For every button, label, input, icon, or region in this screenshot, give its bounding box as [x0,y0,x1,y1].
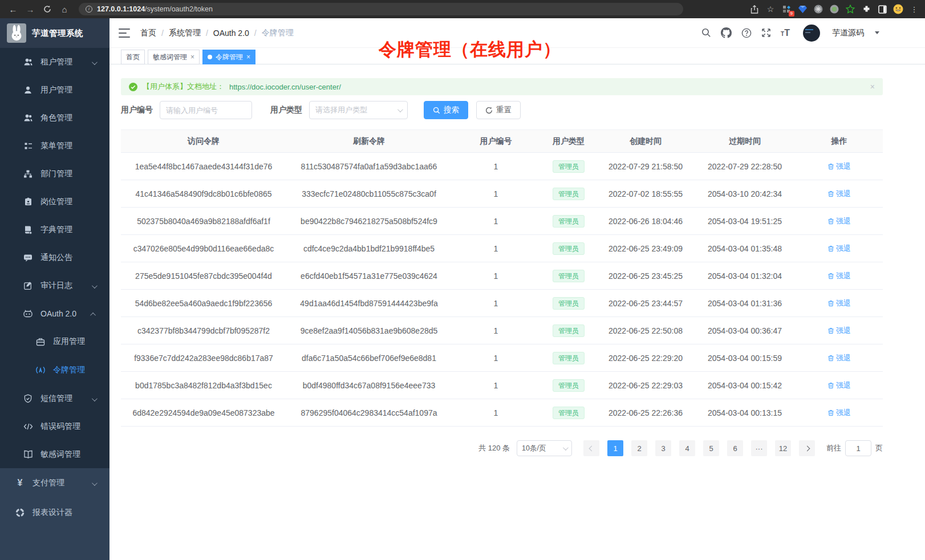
sidebar-item-menu[interactable]: 菜单管理 [0,132,109,160]
username[interactable]: 芋道源码 [832,28,864,38]
users-icon [23,57,33,67]
prev-page-button[interactable] [583,440,599,456]
sidebar-item-errorcode[interactable]: 错误码管理 [0,412,109,440]
doc-alert: 【用户体系】文档地址： https://doc.iocoder.cn/user-… [121,78,883,95]
tab-token-management[interactable]: 令牌管理 × [202,50,255,64]
col-actions: 操作 [796,130,883,153]
sidebar-item-notice[interactable]: 通知公告 [0,244,109,271]
page-button-5[interactable]: 5 [703,440,719,456]
address-bar[interactable]: i 127.0.0.1:1024/system/oauth2/token [79,3,683,15]
tab-home[interactable]: 首页 [121,50,145,64]
sidebar-item-oauth-token[interactable]: 令牌管理 [0,356,109,384]
user-menu-caret-icon[interactable] [875,31,879,34]
site-info-icon[interactable]: i [86,6,92,13]
sidebar-item-sms[interactable]: 短信管理 [0,384,109,412]
force-logout-button[interactable]: 强退 [827,353,851,363]
page-size-select[interactable]: 10条/页 [517,440,572,456]
user-type-badge: 管理员 [553,215,585,228]
breadcrumb-home[interactable]: 首页 [140,28,156,38]
sidebar-item-oauth-app[interactable]: 应用管理 [0,327,109,356]
col-created-at: 创建时间 [597,130,694,153]
bookmark-star-icon[interactable]: ☆ [765,4,776,14]
force-logout-button[interactable]: 强退 [827,380,851,391]
sidebar-item-role[interactable]: 角色管理 [0,104,109,132]
app-logo[interactable]: 芋道管理系统 [0,18,109,48]
dictionary-icon [23,225,33,235]
page-button-1[interactable]: 1 [607,440,623,456]
user-type-badge: 管理员 [553,297,585,310]
doc-link[interactable]: https://doc.iocoder.cn/user-center/ [229,83,341,91]
tab-sensitive-words[interactable]: 敏感词管理 × [148,50,200,64]
user-type-badge: 管理员 [553,324,585,337]
force-logout-button[interactable]: 强退 [827,298,851,309]
browser-menu-icon[interactable]: ⋮ [909,4,919,14]
alert-close-icon[interactable]: × [870,82,875,91]
user-type-badge: 管理员 [553,270,585,282]
sidebar-item-sensitive-words[interactable]: 敏感词管理 [0,440,109,468]
col-user-type: 用户类型 [540,130,597,153]
sidebar-item-report-designer[interactable]: 报表设计器 [0,498,109,527]
org-tree-icon [23,169,33,179]
profile-emoji-icon[interactable] [893,4,903,14]
sidebar-item-audit-log[interactable]: 审计日志 [0,271,109,299]
page-button-4[interactable]: 4 [679,440,695,456]
browser-back-button[interactable]: ← [6,2,21,16]
search-form: 用户编号 用户类型 请选择用户类型 搜索 重置 [121,101,883,119]
github-icon[interactable] [721,27,732,38]
share-icon[interactable] [749,4,760,14]
table-row: 54d6be82ee5a460a9aedc1f9bf223656 49d1aa4… [121,290,883,317]
force-logout-button[interactable]: 强退 [827,271,851,281]
force-logout-button[interactable]: 强退 [827,161,851,172]
sidebar-item-dict[interactable]: 字典管理 [0,216,109,244]
user-avatar[interactable] [803,25,820,42]
sidebar-collapse-icon[interactable] [119,29,130,38]
page-button-2[interactable]: 2 [631,440,647,456]
sidebar-item-post[interactable]: 岗位管理 [0,188,109,216]
goto-page-input[interactable] [845,440,871,456]
segmented-ring-icon [15,508,25,518]
browser-forward-button[interactable]: → [23,2,38,16]
browser-reload-button[interactable] [40,2,55,16]
help-icon[interactable] [741,28,752,38]
force-logout-button[interactable]: 强退 [827,189,851,199]
browser-home-button[interactable]: ⌂ [57,2,72,16]
next-page-button[interactable] [799,440,815,456]
force-logout-button[interactable]: 强退 [827,408,851,418]
page-button-3[interactable]: 3 [655,440,671,456]
extension-tabs-icon[interactable]: 9 [781,4,792,14]
breadcrumb-oauth[interactable]: OAuth 2.0 [213,29,249,38]
force-logout-button[interactable]: 强退 [827,216,851,226]
record-extension-icon[interactable] [829,4,839,14]
reset-button[interactable]: 重置 [476,101,521,119]
search-icon[interactable] [701,28,711,38]
sidebar-item-dept[interactable]: 部门管理 [0,160,109,188]
green-star-extension-icon[interactable] [845,4,855,14]
user-icon [23,85,33,95]
page-button-12[interactable]: 12 [775,440,791,456]
fullscreen-icon[interactable] [761,28,771,38]
sidebar-item-oauth2[interactable]: OAuth 2.0 [0,299,109,327]
sidebar-item-payment[interactable]: ¥ 支付管理 [0,468,109,498]
force-logout-button[interactable]: 强退 [827,326,851,336]
puzzle-extension-icon[interactable] [861,4,871,14]
search-button[interactable]: 搜索 [424,101,468,119]
chevron-down-icon [92,394,96,403]
force-logout-button[interactable]: 强退 [827,244,851,254]
close-icon[interactable]: × [190,53,194,61]
side-panel-icon[interactable] [877,4,887,14]
user-type-badge: 管理员 [553,352,585,364]
page-ellipsis-button[interactable]: ··· [751,440,767,456]
user-id-input[interactable] [160,101,252,119]
gray-circle-extension-icon[interactable] [813,4,823,14]
chevron-down-icon [563,445,569,451]
font-size-icon[interactable]: TT [781,28,790,38]
close-icon[interactable]: × [246,53,250,61]
robot-icon [23,309,33,319]
top-navbar: 首页 / 系统管理 / OAuth 2.0 / 令牌管理 [109,18,925,48]
breadcrumb-system[interactable]: 系统管理 [169,28,201,38]
sidebar-item-user[interactable]: 用户管理 [0,76,109,104]
user-type-select[interactable]: 请选择用户类型 [309,101,408,119]
page-button-6[interactable]: 6 [727,440,743,456]
sidebar-item-tenant[interactable]: 租户管理 [0,48,109,76]
gem-extension-icon[interactable] [797,4,808,14]
